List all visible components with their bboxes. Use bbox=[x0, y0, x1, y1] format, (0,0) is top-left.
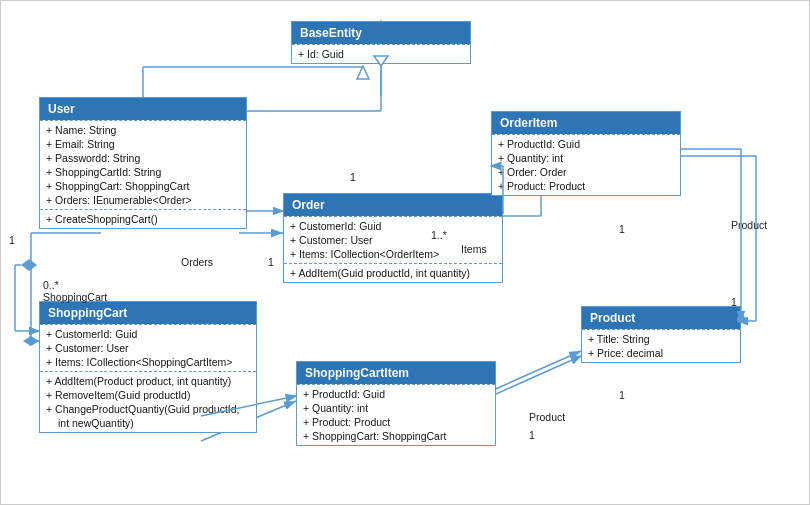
label-1star-items: 1..* bbox=[431, 229, 447, 241]
class-order-methods: + AddItem(Guid productId, int quantity) bbox=[284, 263, 502, 282]
label-1-orders: 1 bbox=[268, 256, 274, 268]
svg-marker-29 bbox=[21, 259, 37, 271]
svg-marker-17 bbox=[23, 336, 39, 346]
class-orderitem-header: OrderItem bbox=[492, 112, 680, 134]
class-shoppingcartitem-header: ShoppingCartItem bbox=[297, 362, 495, 384]
svg-line-40 bbox=[496, 356, 581, 394]
class-shoppingcart-attrs: + CustomerId: Guid + Customer: User + It… bbox=[40, 324, 256, 371]
class-baseentity: BaseEntity + Id: Guid bbox=[291, 21, 471, 64]
class-shoppingcartitem: ShoppingCartItem + ProductId: Guid + Qua… bbox=[296, 361, 496, 446]
label-1-orderitem-product: 1 bbox=[619, 223, 625, 235]
class-baseentity-attrs: + Id: Guid bbox=[292, 44, 470, 63]
class-product-header: Product bbox=[582, 307, 740, 329]
label-product-right: Product bbox=[731, 219, 767, 231]
class-user-header: User bbox=[40, 98, 246, 120]
svg-marker-7 bbox=[29, 336, 39, 346]
label-shoppingcart-rel: ShoppingCart bbox=[43, 291, 107, 303]
svg-marker-27 bbox=[357, 66, 369, 79]
label-product-bottom: Product bbox=[529, 411, 565, 423]
label-1-user-shoppingcart: 1 bbox=[9, 234, 15, 246]
label-1-shoppingcartitem-product: 1 bbox=[619, 389, 625, 401]
class-shoppingcart: ShoppingCart + CustomerId: Guid + Custom… bbox=[39, 301, 257, 433]
class-order-attrs: + CustomerId: Guid + Customer: User + It… bbox=[284, 216, 502, 263]
label-1-order: 1 bbox=[350, 171, 356, 183]
class-user: User + Name: String + Email: String + Pa… bbox=[39, 97, 247, 229]
class-orderitem-attrs: + ProductId: Guid + Quantity: int + Orde… bbox=[492, 134, 680, 195]
class-shoppingcart-methods: + AddItem(Product product, int quantity)… bbox=[40, 371, 256, 432]
class-shoppingcart-header: ShoppingCart bbox=[40, 302, 256, 324]
class-baseentity-header: BaseEntity bbox=[292, 22, 470, 44]
label-orders-rel: Orders bbox=[181, 256, 213, 268]
class-orderitem: OrderItem + ProductId: Guid + Quantity: … bbox=[491, 111, 681, 196]
diagram-container: BaseEntity + Id: Guid User + Name: Strin… bbox=[0, 0, 810, 505]
class-product-attrs: + Title: String + Price: decimal bbox=[582, 329, 740, 362]
label-0star-shoppingcart: 0..* bbox=[43, 279, 59, 291]
class-shoppingcartitem-attrs: + ProductId: Guid + Quantity: int + Prod… bbox=[297, 384, 495, 445]
label-1-product-bottom2: 1 bbox=[529, 429, 535, 441]
class-user-attrs: + Name: String + Email: String + Passwor… bbox=[40, 120, 246, 209]
class-product: Product + Title: String + Price: decimal bbox=[581, 306, 741, 363]
class-order: Order + CustomerId: Guid + Customer: Use… bbox=[283, 193, 503, 283]
class-user-methods: + CreateShoppingCart() bbox=[40, 209, 246, 228]
label-1-product-right2: 1 bbox=[731, 296, 737, 308]
svg-line-16 bbox=[491, 351, 581, 391]
label-items-rel: Items bbox=[461, 243, 487, 255]
class-order-header: Order bbox=[284, 194, 502, 216]
